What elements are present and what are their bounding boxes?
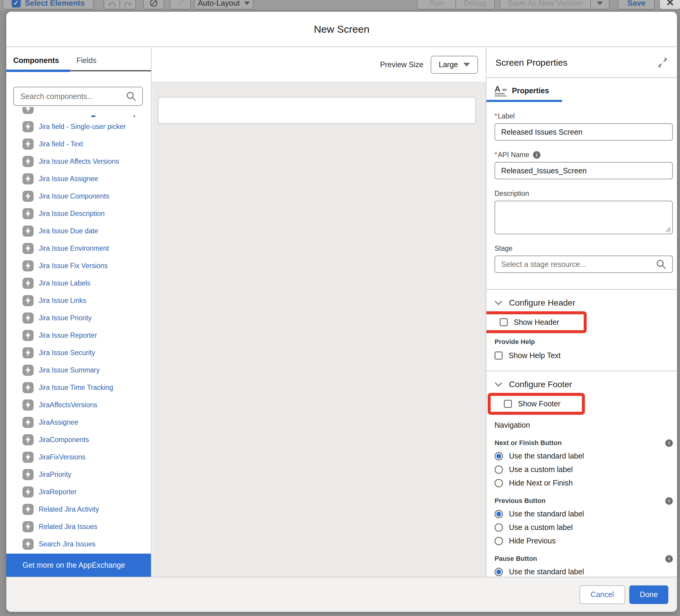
list-item[interactable]: Jira Issue Priority <box>6 309 151 327</box>
save-as-new-version-button[interactable]: Save As New Version <box>500 0 590 9</box>
done-button[interactable]: Done <box>629 585 668 604</box>
list-item[interactable]: Related Jira Activity <box>6 501 151 518</box>
search-icon <box>656 259 666 269</box>
list-item[interactable]: Jira Issue Due date <box>6 222 151 240</box>
lightning-icon <box>23 539 34 550</box>
radio-option-row: Hide Next or Finish <box>494 479 673 487</box>
list-item[interactable]: Jira Issue Time Tracking <box>6 379 151 396</box>
radio-button[interactable] <box>494 465 503 474</box>
chevron-down-icon <box>597 1 603 5</box>
description-field[interactable] <box>494 201 673 234</box>
redo-button[interactable] <box>120 0 135 9</box>
lightning-icon <box>23 487 34 498</box>
label-field[interactable]: Released Issues Screen <box>494 123 673 141</box>
magic-wand-button[interactable] <box>170 0 191 9</box>
list-item[interactable]: Jira Issue Reporter <box>6 327 151 344</box>
save-button[interactable]: Save <box>618 0 655 9</box>
label-field-label: *Label <box>494 112 673 120</box>
lightning-icon <box>23 347 34 358</box>
list-item[interactable]: JiraPriority <box>6 466 151 483</box>
undo-icon <box>108 0 116 7</box>
list-item[interactable]: JiraFixVersions <box>6 448 151 466</box>
radio-button[interactable] <box>494 452 503 460</box>
tab-fields[interactable]: Fields <box>77 56 96 72</box>
empty-screen-field[interactable] <box>158 97 476 124</box>
navigation-heading: Navigation <box>494 421 673 430</box>
radio-option-row: Use a custom label <box>494 465 673 474</box>
list-item[interactable]: JiraReporter <box>6 483 151 501</box>
undo-button[interactable] <box>104 0 119 9</box>
list-item[interactable]: Jira Issue Labels <box>6 274 151 292</box>
cancel-button[interactable]: Cancel <box>579 585 625 604</box>
radio-button[interactable] <box>494 510 503 518</box>
radio-label: Use the standard label <box>509 567 584 576</box>
preview-size-dropdown[interactable]: Large <box>431 56 478 74</box>
list-item[interactable]: JiraAffectsVersions <box>6 396 151 414</box>
radio-group-header: Previous Button i <box>494 497 673 505</box>
api-name-field[interactable]: Released_Issues_Screen <box>494 162 673 179</box>
configure-footer-section[interactable]: Configure Footer <box>494 380 673 389</box>
list-item[interactable]: Jira Issue Summary <box>6 361 151 379</box>
configure-header-section[interactable]: Configure Header <box>494 298 673 308</box>
list-item[interactable]: Jira Issue Assignee <box>6 170 151 187</box>
run-button[interactable]: Run <box>418 0 456 9</box>
save-as-new-version-caret-button[interactable] <box>591 0 609 9</box>
radio-button[interactable] <box>494 568 503 576</box>
show-header-checkbox[interactable] <box>500 318 508 326</box>
description-field-group: Description <box>494 189 673 234</box>
list-item[interactable]: Related Jira Issues <box>6 518 151 535</box>
stage-field[interactable]: Select a stage resource... <box>494 256 673 273</box>
chevron-down-icon <box>244 1 250 5</box>
expand-panel-icon[interactable] <box>657 57 668 68</box>
flow-errors-button[interactable] <box>143 0 164 9</box>
debug-button[interactable]: Debug <box>456 0 494 9</box>
lightning-icon <box>23 400 34 411</box>
resize-handle-icon[interactable] <box>664 226 671 232</box>
list-item[interactable]: Jira Issue Security <box>6 344 151 361</box>
list-item[interactable]: Jira Issue Affects Versions <box>6 153 151 170</box>
info-icon[interactable]: i <box>665 497 673 505</box>
list-item[interactable]: Jira Issue Components <box>6 187 151 205</box>
lightning-icon <box>23 521 34 532</box>
radio-button[interactable] <box>494 537 503 545</box>
select-elements-button[interactable]: ✓ Select Elements <box>2 0 94 9</box>
show-help-text-row: Show Help Text <box>494 351 673 360</box>
list-item[interactable]: Jira field - Text <box>6 135 151 153</box>
select-elements-checkbox-icon: ✓ <box>12 0 21 7</box>
list-item[interactable]: Jira field - Single-user picker <box>6 118 151 135</box>
required-asterisk: * <box>494 112 497 120</box>
appexchange-banner[interactable]: Get more on the AppExchange <box>6 554 151 577</box>
clipped-list-item[interactable] <box>6 107 151 118</box>
no-errors-icon <box>149 0 158 7</box>
search-input[interactable]: Search components... <box>13 87 143 106</box>
radio-group: Next or Finish Button i Use the standard… <box>494 439 673 487</box>
info-icon[interactable]: i <box>665 555 673 563</box>
lightning-icon <box>23 139 34 150</box>
list-item[interactable]: Jira Issue Fix Versions <box>6 257 151 274</box>
save-as-new-version-group: Save As New Version <box>500 0 610 9</box>
tabs-baseline <box>70 70 151 71</box>
info-icon[interactable]: i <box>665 439 673 447</box>
modal-footer: Cancel Done <box>6 577 677 612</box>
show-footer-checkbox[interactable] <box>504 400 512 408</box>
list-item[interactable]: JiraAssignee <box>6 414 151 431</box>
list-item[interactable]: Search Jira Issues <box>6 535 151 553</box>
radio-button[interactable] <box>494 479 503 487</box>
run-debug-group: Run Debug <box>417 0 495 9</box>
tab-properties[interactable]: A Properties <box>494 85 673 102</box>
lightning-icon <box>23 121 34 132</box>
close-flow-button[interactable]: ✕ <box>659 0 680 9</box>
list-item[interactable]: Jira Issue Description <box>6 205 151 222</box>
panel-title: Screen Properties <box>495 58 567 68</box>
label-field-group: *Label Released Issues Screen <box>494 112 673 141</box>
auto-layout-dropdown[interactable]: Auto-Layout <box>194 0 254 9</box>
lightning-icon <box>23 156 34 167</box>
description-label: Description <box>494 189 673 198</box>
list-item[interactable]: JiraComponents <box>6 431 151 448</box>
show-help-text-checkbox[interactable] <box>494 351 503 359</box>
info-icon[interactable]: i <box>533 151 540 159</box>
lightning-icon <box>23 260 34 271</box>
list-item[interactable]: Jira Issue Links <box>6 292 151 309</box>
list-item[interactable]: Jira Issue Environment <box>6 240 151 257</box>
radio-button[interactable] <box>494 523 503 532</box>
